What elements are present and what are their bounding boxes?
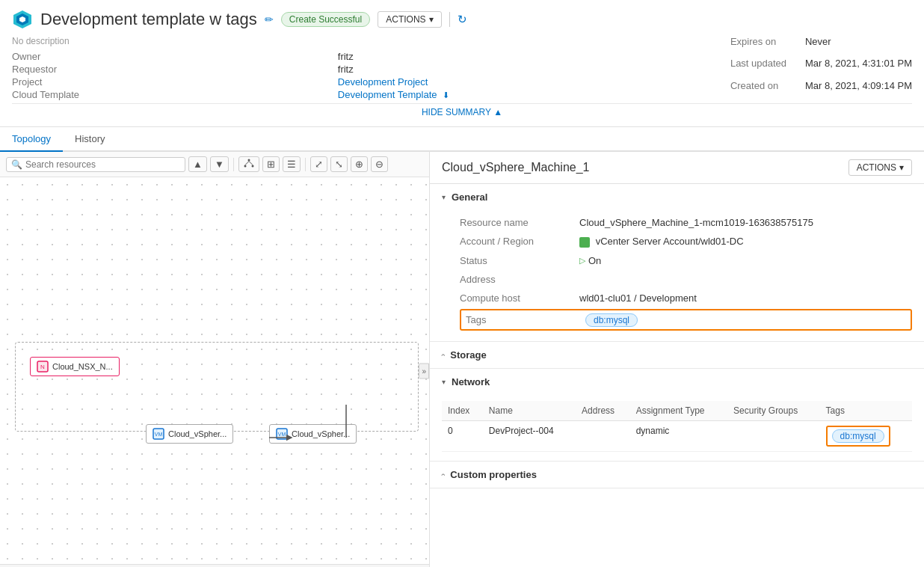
node-vsphere1[interactable]: VM Cloud_vSpher... (146, 424, 233, 444)
grid-view-button[interactable]: ⊞ (262, 156, 280, 172)
cloud-template-label: Cloud Template (12, 89, 102, 100)
section-general-header[interactable]: ▾ General (430, 184, 924, 210)
tags-label: Tags (466, 314, 585, 325)
zoom-in-button[interactable]: ⊕ (351, 156, 368, 172)
expand-button[interactable]: ⤢ (310, 156, 327, 172)
right-panel: Cloud_vSphere_Machine_1 ACTIONS ▾ ▾ Gene… (430, 152, 924, 567)
resource-title: Cloud_vSphere_Machine_1 (442, 161, 589, 174)
status-value: ▷ On (579, 255, 912, 266)
vcenter-icon (579, 237, 590, 248)
tab-topology[interactable]: Topology (0, 127, 63, 152)
bottom-scrollbar[interactable] (0, 564, 429, 567)
compute-host-value: wld01-clu01 / Development (579, 292, 912, 304)
vsphere1-node-icon: VM (153, 428, 164, 440)
header-title-row: Development template w tags ✏ Create Suc… (12, 9, 912, 30)
search-box[interactable]: 🔍 (6, 157, 185, 172)
topology-icon (243, 159, 255, 168)
cell-tags: db:mysql (820, 420, 912, 451)
tag-chip-db-mysql[interactable]: db:mysql (585, 313, 638, 327)
section-network-body: Index Name Address Assignment Type Secur… (430, 395, 924, 461)
topology-view-button[interactable] (238, 156, 259, 172)
vsphere2-node-label: Cloud_vSpher... (292, 429, 350, 438)
no-description: No description (12, 36, 686, 46)
edit-icon[interactable]: ✏ (265, 13, 274, 25)
section-storage-header[interactable]: › Storage (430, 342, 924, 368)
network-chevron-down-icon: ▾ (442, 378, 446, 386)
project-value[interactable]: Development Project (338, 76, 686, 88)
section-network-header[interactable]: ▾ Network (430, 369, 924, 395)
main-area: 🔍 ▲ ▼ ⊞ ☰ ⤢ ⤡ ⊕ ⊖ (0, 152, 924, 567)
sort-up-button[interactable]: ▲ (188, 156, 207, 172)
nsx-container-box (15, 342, 419, 432)
field-compute-host: Compute host wld01-clu01 / Development (460, 289, 912, 307)
expires-value: Never (805, 36, 912, 56)
right-panel-header: Cloud_vSphere_Machine_1 ACTIONS ▾ (430, 152, 924, 184)
node-vsphere2[interactable]: VM Cloud_vSpher... (269, 424, 357, 444)
field-account-region: Account / Region vCenter Server Account/… (460, 232, 912, 251)
section-custom-properties-title: Custom properties (450, 469, 537, 480)
hide-summary[interactable]: HIDE SUMMARY ▲ (12, 103, 912, 120)
created-value: Mar 8, 2021, 4:09:14 PM (805, 80, 912, 100)
tags-value: db:mysql (585, 314, 906, 325)
section-network-title: Network (452, 376, 490, 387)
field-tags: Tags db:mysql (460, 309, 912, 331)
meta-left: No description Owner fritz Requestor fri… (12, 36, 686, 100)
header-meta: No description Owner fritz Requestor fri… (12, 36, 912, 100)
collapse-button[interactable]: ⤡ (330, 156, 348, 172)
cloud-template-value[interactable]: Development Template ⬇ (338, 89, 686, 100)
list-view-button[interactable]: ☰ (283, 156, 301, 172)
nsx-node-label: Cloud_NSX_N... (52, 362, 113, 371)
resource-actions-chevron: ▾ (899, 162, 904, 173)
download-icon[interactable]: ⬇ (443, 91, 449, 99)
svg-text:VM: VM (155, 432, 163, 437)
svg-point-4 (244, 165, 246, 168)
meta-right: Expires on Never Last updated Mar 8, 202… (730, 36, 912, 100)
cell-security-groups (727, 420, 819, 451)
svg-line-6 (245, 162, 249, 165)
meta-table: Owner fritz Requestor fritz Project Deve… (12, 51, 686, 100)
field-address: Address (460, 270, 912, 289)
custom-props-chevron-icon: › (439, 473, 447, 475)
status-badge: Create Successful (281, 12, 370, 27)
account-region-value: vCenter Server Account/wld01-DC (579, 236, 912, 248)
resource-name-label: Resource name (460, 217, 579, 228)
resource-actions-label: ACTIONS (857, 162, 896, 173)
col-security-groups: Security Groups (727, 401, 819, 421)
col-tags: Tags (820, 401, 912, 421)
actions-button[interactable]: ACTIONS ▾ (378, 11, 441, 28)
svg-point-3 (247, 159, 250, 162)
tab-history[interactable]: History (63, 127, 117, 152)
resource-name-value: Cloud_vSphere_Machine_1-mcm1019-16363857… (579, 217, 912, 228)
last-updated-value: Mar 8, 2021, 4:31:01 PM (805, 58, 912, 78)
resource-actions-button[interactable]: ACTIONS ▾ (848, 159, 912, 176)
field-status: Status ▷ On (460, 251, 912, 270)
requestor-label: Requestor (12, 64, 102, 75)
last-updated-label: Last updated (730, 58, 805, 78)
owner-value: fritz (338, 51, 686, 62)
network-table-body: 0 DevProject--004 dynamic db:mysql (442, 420, 912, 451)
search-icon: 🔍 (11, 159, 22, 170)
col-assignment-type: Assignment Type (630, 401, 727, 421)
vsphere2-node-icon: VM (276, 428, 288, 440)
topology-toolbar: 🔍 ▲ ▼ ⊞ ☰ ⤢ ⤡ ⊕ ⊖ (0, 152, 429, 177)
search-input[interactable] (25, 159, 180, 170)
network-tag-chip[interactable]: db:mysql (832, 429, 884, 443)
toolbar-divider (449, 12, 450, 27)
section-general-title: General (452, 191, 487, 203)
vsphere1-node-label: Cloud_vSpher... (168, 429, 227, 438)
tabs-bar: Topology History (0, 127, 924, 152)
expires-label: Expires on (730, 36, 805, 56)
section-custom-properties-header[interactable]: › Custom properties (430, 462, 924, 488)
node-nsx[interactable]: N Cloud_NSX_N... (30, 357, 120, 376)
svg-point-5 (251, 165, 253, 168)
nsx-node-icon: N (37, 361, 49, 373)
network-table-row: 0 DevProject--004 dynamic db:mysql (442, 420, 912, 451)
sort-down-button[interactable]: ▼ (210, 156, 229, 172)
refresh-icon[interactable]: ↻ (458, 13, 467, 26)
project-label: Project (12, 76, 102, 88)
svg-text:N: N (40, 364, 45, 370)
collapse-panel-button[interactable]: » (419, 363, 429, 378)
zoom-out-button[interactable]: ⊖ (371, 156, 388, 172)
section-storage: › Storage (430, 342, 924, 369)
svg-line-7 (249, 162, 253, 165)
